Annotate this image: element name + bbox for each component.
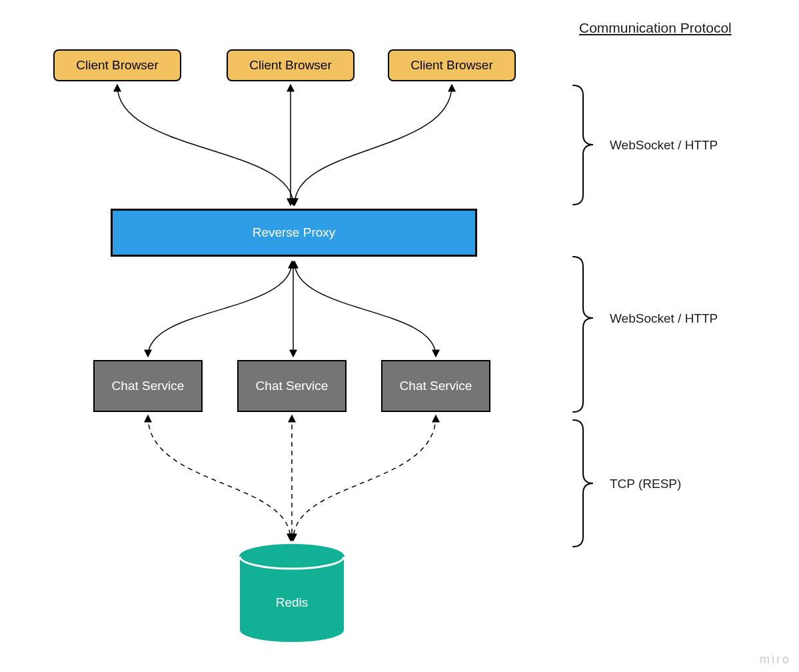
- reverse-proxy: Reverse Proxy: [111, 209, 477, 257]
- brace-icon: [573, 257, 593, 412]
- svg-point-2: [240, 618, 344, 642]
- client-browser-3: Client Browser: [388, 49, 516, 81]
- chat-service-1: Chat Service: [93, 360, 203, 412]
- edges: [0, 0, 799, 672]
- client-browser-2: Client Browser: [227, 49, 355, 81]
- cylinder-icon: [239, 543, 345, 643]
- brace-icon: [573, 85, 593, 205]
- protocol-layer3: TCP (RESP): [610, 477, 681, 491]
- brace-icon: [573, 420, 593, 547]
- protocol-layer1: WebSocket / HTTP: [610, 138, 718, 153]
- client-browser-1: Client Browser: [53, 49, 181, 81]
- chat-service-3: Chat Service: [381, 360, 490, 412]
- redis-label: Redis: [239, 595, 345, 610]
- miro-watermark: miro: [760, 653, 791, 667]
- protocol-heading: Communication Protocol: [579, 20, 732, 36]
- chat-service-2: Chat Service: [237, 360, 347, 412]
- protocol-layer2: WebSocket / HTTP: [610, 311, 718, 326]
- redis-db: Redis: [239, 543, 345, 639]
